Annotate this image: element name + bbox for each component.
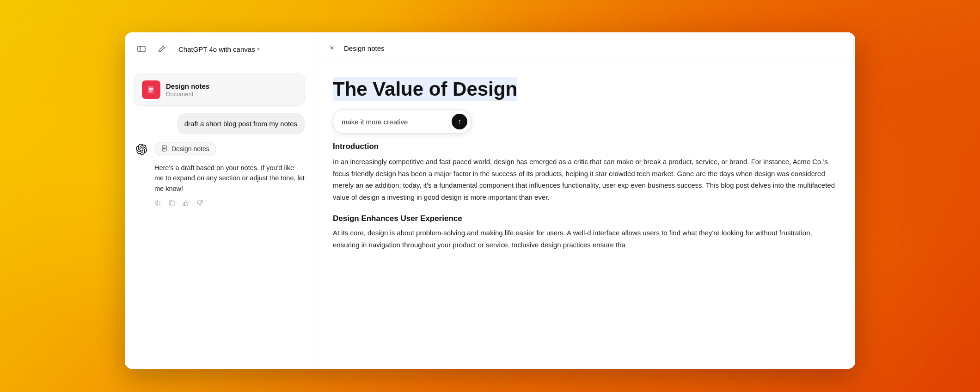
article-intro-text: In an increasingly competitive and fast-… — [333, 156, 837, 203]
assistant-response-text: Here's a draft based on your notes. If y… — [154, 163, 305, 194]
inline-prompt-send-button[interactable]: ↑ — [452, 114, 467, 129]
document-card[interactable]: Design notes Document — [134, 74, 305, 106]
pill-label: Design notes — [172, 145, 209, 153]
main-window: ChatGPT 4o with canvas ▾ Design notes Do… — [125, 32, 855, 369]
copy-icon[interactable] — [168, 199, 176, 207]
left-header: ChatGPT 4o with canvas ▾ — [125, 32, 314, 64]
assistant-body: Design notes Here's a draft based on you… — [154, 142, 305, 207]
article-title: The Value of Design — [333, 77, 517, 101]
document-icon — [142, 80, 160, 99]
model-name-label: ChatGPT 4o with canvas — [178, 45, 255, 53]
sidebar-toggle-button[interactable] — [134, 42, 149, 56]
left-content: Design notes Document draft a short blog… — [125, 64, 314, 369]
inline-prompt-input[interactable] — [342, 118, 447, 126]
article-section1-title: Design Enhances User Experience — [333, 214, 837, 223]
svg-rect-0 — [138, 46, 145, 52]
action-icons-row — [154, 199, 305, 207]
user-message-text: draft a short blog post from my notes — [184, 120, 297, 128]
thumbs-up-icon[interactable] — [182, 199, 190, 207]
pill-doc-icon — [161, 145, 168, 153]
left-panel: ChatGPT 4o with canvas ▾ Design notes Do… — [125, 32, 314, 369]
audio-icon[interactable] — [154, 199, 162, 207]
model-selector-button[interactable]: ChatGPT 4o with canvas ▾ — [175, 43, 263, 55]
assistant-message: Design notes Here's a draft based on you… — [134, 142, 305, 207]
document-info: Design notes Document — [166, 82, 297, 98]
pill-file-icon — [161, 145, 168, 152]
send-arrow-icon: ↑ — [458, 117, 461, 126]
right-panel-title: Design notes — [344, 44, 385, 52]
svg-rect-9 — [201, 200, 202, 203]
svg-rect-7 — [171, 201, 174, 206]
design-notes-pill[interactable]: Design notes — [154, 142, 216, 156]
article-body: Introduction In an increasingly competit… — [333, 142, 837, 251]
close-icon: × — [330, 44, 334, 52]
document-subtitle: Document — [166, 91, 297, 98]
article-section1-text: At its core, design is about problem-sol… — [333, 227, 837, 251]
svg-rect-8 — [183, 203, 184, 206]
edit-icon — [158, 45, 165, 53]
openai-logo-icon — [136, 144, 147, 155]
document-title: Design notes — [166, 82, 297, 90]
right-header: × Design notes — [314, 32, 855, 62]
sidebar-icon — [137, 45, 146, 53]
article-intro-label: Introduction — [333, 142, 837, 151]
close-button[interactable]: × — [325, 42, 338, 55]
inline-prompt-bar: ↑ — [333, 110, 472, 134]
chevron-down-icon: ▾ — [257, 46, 260, 52]
right-panel: × Design notes The Value of Design ↑ Int… — [314, 32, 855, 369]
right-content: The Value of Design ↑ Introduction In an… — [314, 62, 855, 369]
user-message-wrap: draft a short blog post from my notes — [134, 113, 305, 135]
assistant-avatar — [134, 142, 149, 157]
user-message-bubble: draft a short blog post from my notes — [177, 113, 305, 135]
doc-file-icon — [147, 85, 156, 94]
thumbs-down-icon[interactable] — [196, 199, 203, 207]
edit-button[interactable] — [154, 42, 169, 56]
